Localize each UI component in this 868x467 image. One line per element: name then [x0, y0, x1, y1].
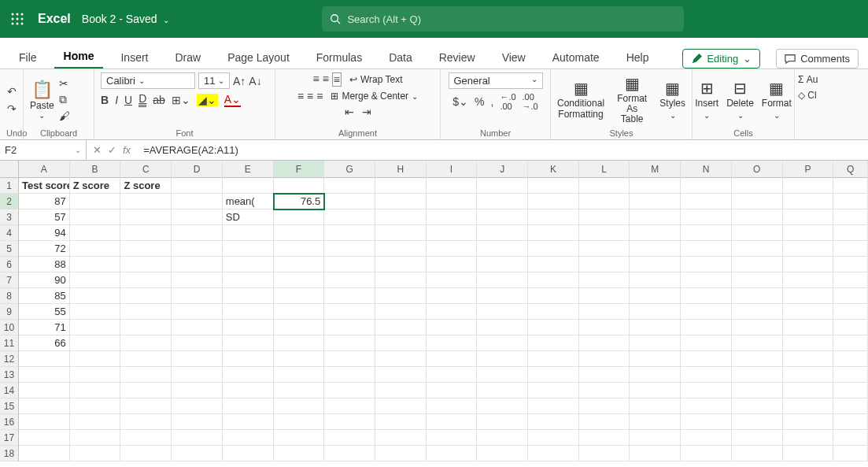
cell-F5[interactable] [274, 241, 325, 257]
cell-M5[interactable] [630, 241, 681, 257]
cell-K15[interactable] [528, 398, 579, 414]
cell-M9[interactable] [630, 304, 681, 320]
italic-button[interactable]: I [115, 94, 118, 106]
paste-button[interactable]: 📋 Paste ⌄ [30, 80, 54, 120]
cell-P1[interactable] [783, 178, 834, 194]
align-center-icon[interactable]: ≡ [307, 90, 313, 102]
cell-G12[interactable] [324, 351, 375, 367]
insert-cells-button[interactable]: ⊞ Insert ⌄ [695, 80, 718, 119]
cell-I1[interactable] [427, 178, 478, 194]
cell-I8[interactable] [427, 288, 478, 304]
cell-C8[interactable] [120, 288, 172, 304]
cell-Q13[interactable] [833, 367, 868, 383]
cell-O18[interactable] [732, 446, 783, 461]
cell-E9[interactable] [223, 304, 274, 320]
cell-H8[interactable] [375, 288, 427, 304]
row-header-14[interactable]: 14 [0, 383, 19, 398]
cell-Q8[interactable] [833, 288, 868, 304]
formula-input[interactable]: =AVERAGE(A2:A11) [137, 144, 868, 156]
cell-B17[interactable] [70, 430, 121, 446]
cell-H10[interactable] [375, 320, 427, 335]
column-header-L[interactable]: L [579, 161, 630, 178]
cell-D12[interactable] [172, 351, 223, 367]
increase-indent-icon[interactable]: ⇥ [362, 106, 371, 118]
cell-E18[interactable] [223, 446, 274, 461]
cell-E12[interactable] [223, 351, 274, 367]
cell-A2[interactable]: 87 [19, 194, 70, 209]
cell-J7[interactable] [477, 272, 528, 288]
cell-M3[interactable] [630, 209, 681, 225]
cell-B8[interactable] [70, 288, 121, 304]
cell-C12[interactable] [120, 351, 172, 367]
cell-K13[interactable] [528, 367, 579, 383]
cell-G17[interactable] [324, 430, 375, 446]
row-header-3[interactable]: 3 [0, 209, 19, 225]
cell-I9[interactable] [427, 304, 478, 320]
cell-L17[interactable] [579, 430, 630, 446]
cell-E5[interactable] [223, 241, 274, 257]
cell-L3[interactable] [579, 209, 630, 225]
conditional-formatting-button[interactable]: ▦ Conditional Formatting [557, 80, 604, 119]
tab-formulas[interactable]: Formulas [307, 45, 371, 69]
cell-H12[interactable] [375, 351, 427, 367]
cell-J8[interactable] [477, 288, 528, 304]
cell-N16[interactable] [681, 414, 732, 430]
cell-N17[interactable] [681, 430, 732, 446]
cell-G1[interactable] [324, 178, 375, 194]
cell-B6[interactable] [70, 257, 121, 272]
cell-C9[interactable] [120, 304, 172, 320]
cell-A12[interactable] [19, 351, 70, 367]
cell-M6[interactable] [630, 257, 681, 272]
cell-F11[interactable] [274, 335, 325, 351]
cell-M11[interactable] [630, 335, 681, 351]
cell-H9[interactable] [375, 304, 427, 320]
cell-D2[interactable] [172, 194, 223, 209]
increase-font-size-icon[interactable]: A↑ [233, 75, 246, 87]
cell-L2[interactable] [579, 194, 630, 209]
cell-L18[interactable] [579, 446, 630, 461]
cell-P9[interactable] [783, 304, 834, 320]
cell-I5[interactable] [427, 241, 478, 257]
cell-B18[interactable] [70, 446, 121, 461]
cell-C15[interactable] [120, 398, 172, 414]
cell-M8[interactable] [630, 288, 681, 304]
cell-O16[interactable] [732, 414, 783, 430]
cell-K10[interactable] [528, 320, 579, 335]
row-header-8[interactable]: 8 [0, 288, 19, 304]
cell-E10[interactable] [223, 320, 274, 335]
cell-M15[interactable] [630, 398, 681, 414]
cell-E13[interactable] [223, 367, 274, 383]
cell-A1[interactable]: Test score [19, 178, 70, 194]
cell-G3[interactable] [324, 209, 375, 225]
cell-D6[interactable] [172, 257, 223, 272]
cell-N15[interactable] [681, 398, 732, 414]
cell-B4[interactable] [70, 225, 121, 241]
cell-A18[interactable] [19, 446, 70, 461]
column-header-E[interactable]: E [223, 161, 274, 178]
cell-D4[interactable] [172, 225, 223, 241]
cell-K16[interactable] [528, 414, 579, 430]
column-header-C[interactable]: C [120, 161, 172, 178]
cell-J15[interactable] [477, 398, 528, 414]
cell-C14[interactable] [120, 383, 172, 398]
cell-K3[interactable] [528, 209, 579, 225]
cell-L6[interactable] [579, 257, 630, 272]
cell-B3[interactable] [70, 209, 121, 225]
cell-C11[interactable] [120, 335, 172, 351]
cell-H6[interactable] [375, 257, 427, 272]
cell-L4[interactable] [579, 225, 630, 241]
cell-P17[interactable] [783, 430, 834, 446]
cell-L9[interactable] [579, 304, 630, 320]
row-header-5[interactable]: 5 [0, 241, 19, 257]
cell-F13[interactable] [274, 367, 325, 383]
cell-C2[interactable] [120, 194, 172, 209]
cell-C13[interactable] [120, 367, 172, 383]
row-header-4[interactable]: 4 [0, 225, 19, 241]
cell-M1[interactable] [630, 178, 681, 194]
column-header-J[interactable]: J [477, 161, 528, 178]
cell-N14[interactable] [681, 383, 732, 398]
border-button[interactable]: ⊞⌄ [172, 94, 190, 106]
cell-B15[interactable] [70, 398, 121, 414]
bold-button[interactable]: B [101, 94, 109, 106]
cell-A10[interactable]: 71 [19, 320, 70, 335]
